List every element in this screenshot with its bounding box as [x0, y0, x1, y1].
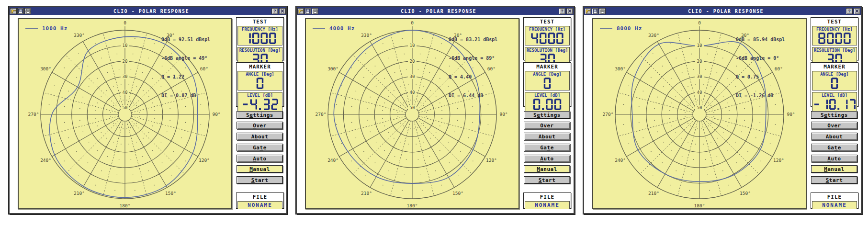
floppy-disk-icon — [18, 9, 23, 13]
auto-button[interactable]: Auto — [524, 155, 570, 162]
help-button[interactable]: ? — [271, 8, 278, 14]
help-button[interactable]: ? — [559, 8, 565, 14]
marker-groupbox-title: MARKER — [525, 63, 570, 71]
save-button[interactable] — [592, 8, 598, 14]
titlebar[interactable]: CLIO - POLAR RESPONSE ? — [297, 7, 574, 15]
manual-button[interactable]: Manual — [811, 165, 857, 173]
clio-polar-window: CLIO - POLAR RESPONSE ? 1020304050030°60… — [9, 6, 287, 214]
about-button[interactable]: About — [524, 133, 570, 140]
close-button[interactable] — [279, 8, 286, 14]
open-file-button[interactable] — [585, 8, 591, 14]
manual-button[interactable]: Manual — [237, 165, 283, 173]
marker-angle-display[interactable]: ANGLE [Deg] — [812, 71, 857, 90]
floppy-disk-icon — [305, 9, 310, 13]
svg-text:300°: 300° — [327, 66, 338, 71]
svg-text:330°: 330° — [648, 33, 659, 38]
marker-level-label: LEVEL [dB] — [525, 93, 569, 98]
floppy-disk-icon — [593, 9, 597, 13]
about-button[interactable]: About — [237, 133, 283, 140]
marker-level-label: LEVEL [dB] — [238, 93, 282, 98]
info-directivity-index: DI = 0.87 dB — [161, 92, 226, 99]
help-button[interactable]: ? — [846, 8, 853, 14]
marker-groupbox-title: MARKER — [812, 63, 857, 71]
settings-button[interactable]: Settings — [237, 111, 283, 119]
svg-text:270°: 270° — [603, 112, 614, 117]
auto-button[interactable]: Auto — [811, 155, 857, 162]
file-groupbox-title: FILE — [812, 193, 857, 201]
svg-text:30: 30 — [697, 74, 702, 79]
svg-text:120°: 120° — [486, 158, 497, 163]
test-groupbox: TEST FREQUENCY [Hz] RESOLUTION [Deg] — [523, 17, 571, 60]
open-file-button[interactable] — [10, 8, 17, 14]
svg-text:90°: 90° — [787, 112, 795, 117]
file-name-value[interactable]: NONAME — [812, 201, 857, 209]
settings-button[interactable]: Settings — [524, 111, 570, 119]
svg-text:120°: 120° — [199, 158, 210, 163]
file-name-value[interactable]: NONAME — [525, 201, 570, 209]
file-name-value[interactable]: NONAME — [237, 201, 282, 209]
printer-icon — [313, 9, 318, 13]
over-button[interactable]: Over — [237, 122, 283, 129]
gate-button[interactable]: Gate — [524, 144, 570, 151]
polar-plot-panel: 1020304050030°60°90°120°150°180°210°240°… — [592, 18, 807, 209]
open-folder-icon — [11, 9, 16, 13]
titlebar-icons — [585, 8, 606, 14]
close-icon — [568, 9, 572, 13]
info-q-factor: Q = 4.40 — [449, 74, 514, 80]
manual-button[interactable]: Manual — [524, 165, 570, 173]
close-button[interactable] — [854, 8, 860, 14]
info-0db-reference: 0dB = 85.94 dBspl — [736, 36, 801, 43]
info-directivity-index: DI = 6.44 dB — [449, 92, 514, 99]
svg-text:40: 40 — [123, 90, 128, 95]
svg-text:300°: 300° — [615, 66, 626, 71]
svg-text:150°: 150° — [452, 191, 463, 196]
over-button[interactable]: Over — [524, 122, 570, 129]
info-q-factor: Q = 0.75 — [736, 74, 801, 80]
marker-angle-display[interactable]: ANGLE [Deg] — [525, 71, 570, 90]
window-title: CLIO - POLAR RESPONSE — [318, 9, 559, 14]
save-button[interactable] — [304, 8, 311, 14]
frequency-display[interactable]: FREQUENCY [Hz] — [812, 26, 857, 45]
print-button[interactable] — [312, 8, 318, 14]
svg-text:50: 50 — [410, 105, 415, 110]
about-button[interactable]: About — [811, 133, 857, 140]
svg-text:330°: 330° — [361, 33, 372, 38]
open-folder-icon — [298, 9, 304, 13]
svg-text:40: 40 — [410, 90, 415, 95]
info-6db-angle: -6dB angle = 89° — [449, 55, 514, 61]
print-button[interactable] — [599, 8, 606, 14]
titlebar[interactable]: CLIO - POLAR RESPONSE ? — [10, 7, 286, 15]
resolution-label: RESOLUTION [Deg] — [238, 48, 282, 53]
desktop: CLIO - POLAR RESPONSE ? 1020304050030°60… — [0, 0, 868, 226]
frequency-display[interactable]: FREQUENCY [Hz] — [237, 26, 282, 45]
svg-text:90°: 90° — [499, 112, 507, 117]
titlebar-controls: ? — [559, 8, 573, 14]
auto-button[interactable]: Auto — [237, 155, 283, 162]
gate-button[interactable]: Gate — [811, 144, 857, 151]
file-groupbox: FILE NONAME — [523, 192, 571, 209]
start-button[interactable]: Start — [237, 176, 283, 184]
marker-angle-display[interactable]: ANGLE [Deg] — [237, 71, 282, 90]
svg-text:20: 20 — [123, 59, 128, 64]
titlebar-icons — [10, 8, 31, 14]
print-button[interactable] — [24, 8, 31, 14]
start-button[interactable]: Start — [524, 176, 570, 184]
svg-text:30: 30 — [410, 74, 415, 79]
marker-angle-label: ANGLE [Deg] — [525, 72, 569, 77]
svg-text:0: 0 — [411, 20, 414, 25]
settings-button[interactable]: Settings — [811, 111, 857, 119]
polar-plot-panel: 1020304050030°60°90°120°150°180°210°240°… — [18, 18, 232, 209]
over-button[interactable]: Over — [811, 122, 857, 129]
start-button[interactable]: Start — [811, 176, 857, 184]
frequency-label: FREQUENCY [Hz] — [238, 27, 282, 32]
close-button[interactable] — [566, 8, 573, 14]
svg-text:40: 40 — [697, 90, 702, 95]
svg-text:150°: 150° — [165, 191, 176, 196]
open-file-button[interactable] — [297, 8, 304, 14]
gate-button[interactable]: Gate — [237, 144, 283, 151]
marker-level-label: LEVEL [dB] — [812, 93, 857, 98]
titlebar[interactable]: CLIO - POLAR RESPONSE ? — [584, 7, 861, 15]
test-groupbox-title: TEST — [525, 18, 570, 26]
save-button[interactable] — [17, 8, 24, 14]
frequency-display[interactable]: FREQUENCY [Hz] — [525, 26, 570, 45]
